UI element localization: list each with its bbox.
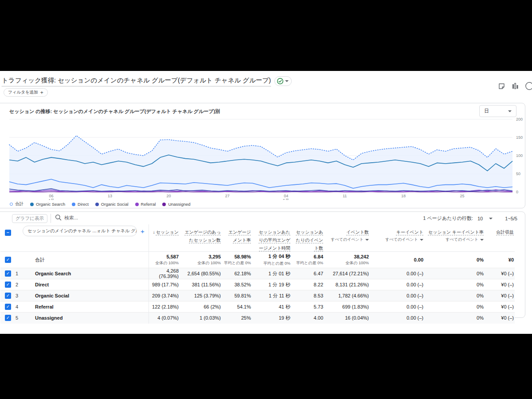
column-header-4[interactable]: セッションあたりのイベント数 bbox=[291, 224, 324, 252]
page-title[interactable]: トラフィック獲得: セッションのメインのチャネル グループ(デフォルト チャネル… bbox=[2, 76, 271, 86]
svg-text:13: 13 bbox=[108, 194, 112, 198]
metric-value-cell: ¥0 (–) bbox=[485, 290, 515, 301]
svg-text:18: 18 bbox=[401, 194, 406, 198]
select-all-checkbox[interactable]: − bbox=[5, 230, 11, 236]
sessions-trend-chart: 050100150200064月132027045月111825 bbox=[0, 103, 526, 200]
row-checkbox[interactable]: ✓ bbox=[5, 257, 11, 263]
metric-value-cell: 0.00 bbox=[370, 252, 424, 268]
rows-per-page-select[interactable]: 10 bbox=[477, 216, 493, 221]
notes-icon[interactable] bbox=[498, 82, 505, 90]
legend-label: Organic Social bbox=[101, 202, 129, 207]
row-checkbox[interactable]: ✓ bbox=[5, 282, 11, 288]
column-header-0[interactable]: ↓セッション bbox=[149, 224, 180, 252]
svg-text:20: 20 bbox=[166, 194, 171, 198]
insights-icon[interactable] bbox=[525, 82, 532, 90]
column-header-7[interactable]: セッション キーイベント率すべてのイベント bbox=[424, 224, 485, 252]
table-row-organic-social[interactable]: ✓3Organic Social209 (3.74%)125 (3.79%)59… bbox=[0, 290, 515, 301]
metric-value-cell: 0% bbox=[424, 268, 485, 279]
table-row-direct[interactable]: ✓2Direct989 (17.7%)381 (11.56%)38.52%1 分… bbox=[0, 279, 515, 290]
legend-item-organic-social[interactable]: Organic Social bbox=[95, 202, 129, 207]
totals-row: ✓合計5,587全体の 100%3,295全体の 100%58.98%平均との差… bbox=[0, 252, 515, 268]
metric-value-cell: 122 (2.18%) bbox=[149, 301, 180, 313]
metric-value-cell: 8.22 bbox=[291, 279, 324, 290]
column-header-8[interactable]: 合計収益 bbox=[485, 224, 515, 252]
metric-value-cell: 6.84平均との差 0% bbox=[291, 252, 324, 268]
svg-text:0: 0 bbox=[516, 190, 518, 194]
legend-label: Organic Search bbox=[36, 202, 65, 207]
table-row-organic-search[interactable]: ✓1Organic Search4,268 (76.39%)2,654 (80.… bbox=[0, 268, 515, 279]
svg-text:100: 100 bbox=[516, 153, 523, 158]
row-checkbox[interactable]: ✓ bbox=[5, 293, 11, 299]
chevron-down-icon bbox=[480, 239, 484, 241]
metric-value-cell: 27,614 (72.21%) bbox=[324, 268, 370, 279]
check-circle-icon bbox=[277, 78, 284, 85]
table-row-referral[interactable]: ✓4Referral122 (2.18%)66 (2%)54.1%41 秒5.7… bbox=[0, 301, 515, 313]
legend-marker-icon bbox=[30, 203, 34, 206]
row-checkbox[interactable]: ✓ bbox=[5, 270, 11, 277]
metric-value-cell: 4.00 bbox=[291, 313, 324, 324]
row-checkbox[interactable]: ✓ bbox=[5, 315, 11, 321]
toolbar-divider bbox=[51, 214, 51, 223]
svg-text:5月: 5月 bbox=[283, 198, 289, 200]
metric-value-cell: 1 分 11 秒 bbox=[252, 290, 291, 301]
search-input[interactable] bbox=[64, 215, 144, 220]
report-status-pill[interactable] bbox=[274, 76, 292, 86]
metric-value-cell: 1,782 (4.66%) bbox=[324, 290, 370, 301]
svg-text:06: 06 bbox=[49, 194, 54, 198]
column-header-label: セッションあたりの平均エンゲージメント時間 bbox=[258, 230, 290, 250]
row-checkbox[interactable]: ✓ bbox=[5, 304, 11, 310]
legend-item-organic-search[interactable]: Organic Search bbox=[30, 202, 65, 207]
column-header-1[interactable]: エンゲージのあったセッション数 bbox=[180, 224, 222, 252]
metric-value-cell: 8,131 (21.26%) bbox=[324, 279, 370, 290]
metric-value-cell: 1 分 04 秒平均との差 0% bbox=[252, 252, 291, 268]
table-header-row: − セッションのメインのチャネル …ォルト チャネル グループ) + bbox=[0, 224, 515, 252]
screenshot-root: トラフィック獲得: セッションのメインのチャネル グループ(デフォルト チャネル… bbox=[0, 0, 532, 399]
column-subtitle[interactable]: すべてのイベント bbox=[427, 237, 484, 243]
legend-item-合計[interactable]: 合計 bbox=[10, 201, 23, 207]
row-index: 3 bbox=[16, 290, 29, 301]
metric-value-cell: 0% bbox=[424, 252, 485, 268]
legend-label: Referral bbox=[141, 202, 156, 207]
table-row-unassigned[interactable]: ✓5Unassigned4 (0.07%)1 (0.03%)25%19 秒4.0… bbox=[0, 313, 515, 324]
metric-value-cell: 54.1% bbox=[222, 301, 252, 313]
add-filter-chip[interactable]: フィルタを追加 + bbox=[4, 88, 48, 97]
add-dimension-button[interactable]: + bbox=[141, 227, 145, 235]
dimension-selector[interactable]: セッションのメインのチャネル …ォルト チャネル グループ) bbox=[23, 226, 137, 236]
benchmark-bars-icon[interactable] bbox=[512, 82, 519, 90]
metric-value-cell: 38,242全体の 100% bbox=[324, 252, 370, 268]
column-header-label: キーイベント bbox=[396, 230, 423, 235]
legend-marker-icon bbox=[72, 203, 75, 206]
svg-text:04: 04 bbox=[284, 194, 288, 198]
chevron-down-icon bbox=[489, 218, 493, 219]
svg-text:4月: 4月 bbox=[48, 198, 55, 200]
metric-value-cell: 0.00 (–) bbox=[370, 301, 424, 313]
column-header-2[interactable]: エンゲージメント率 bbox=[222, 224, 252, 252]
dimension-selector-value: セッションのメインのチャネル …ォルト チャネル グループ) bbox=[27, 228, 137, 234]
row-index: 2 bbox=[16, 279, 29, 290]
metric-value-cell: 5.73 bbox=[291, 301, 324, 313]
legend-item-direct[interactable]: Direct bbox=[72, 202, 89, 207]
column-subtitle[interactable]: すべてのイベント bbox=[372, 237, 423, 243]
metric-value-cell: ¥0 (–) bbox=[485, 301, 515, 313]
legend-marker-icon bbox=[95, 203, 99, 206]
column-subtitle[interactable]: すべてのイベント bbox=[327, 237, 369, 243]
metric-value-cell: 0.00 (–) bbox=[370, 268, 424, 279]
chevron-down-icon bbox=[420, 239, 423, 241]
legend-item-referral[interactable]: Referral bbox=[135, 202, 156, 207]
column-header-6[interactable]: キーイベントすべてのイベント bbox=[370, 224, 424, 252]
legend-item-unassigned[interactable]: Unassigned bbox=[162, 202, 190, 207]
channel-name: Unassigned bbox=[29, 313, 149, 324]
metric-value-cell: 6.47 bbox=[291, 268, 324, 279]
metric-value-cell: 62.18% bbox=[222, 268, 252, 279]
metric-value-cell: 989 (17.7%) bbox=[149, 279, 180, 290]
header-actions bbox=[498, 82, 532, 90]
rows-per-page-label: 1 ページあたりの行数: bbox=[423, 215, 473, 222]
column-header-3[interactable]: セッションあたりの平均エンゲージメント時間 bbox=[252, 224, 291, 252]
channel-name: Referral bbox=[29, 301, 149, 313]
sort-descending-icon: ↓ bbox=[153, 230, 155, 235]
column-header-5[interactable]: イベント数すべてのイベント bbox=[324, 224, 370, 252]
dimension-header-cell: セッションのメインのチャネル …ォルト チャネル グループ) + bbox=[16, 224, 149, 252]
show-on-chart-button[interactable]: グラフに表示 bbox=[12, 214, 47, 223]
metric-value-cell: 41 秒 bbox=[252, 301, 291, 313]
metric-value-cell: 8.53 bbox=[291, 290, 324, 301]
